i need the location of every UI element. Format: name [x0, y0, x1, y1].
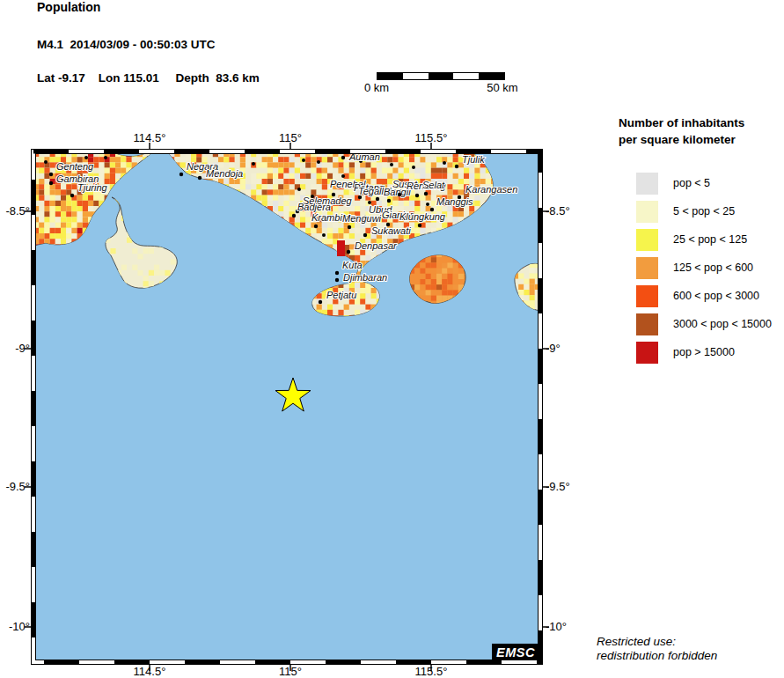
scalebar-end-label: 50 km: [481, 81, 524, 94]
map-scalebar: [377, 72, 505, 80]
population-map-page: { "header": { "title": "Population", "ev…: [0, 0, 784, 678]
scalebar-segment: [403, 73, 429, 79]
place-dot: [49, 173, 53, 176]
legend-item: pop > 15000: [619, 342, 784, 364]
lat-label-left: -8.5°: [2, 204, 30, 217]
lon-label-top: 115.5°: [405, 131, 458, 144]
place-label: Petjatu: [326, 290, 356, 300]
place-dot: [415, 194, 419, 197]
legend-title-line1: Number of inhabitants: [619, 114, 784, 131]
lon-label-bottom: 114.5°: [123, 665, 176, 678]
legend-swatch: [636, 342, 658, 364]
legend-item-label: 600 < pop < 3000: [673, 285, 759, 307]
legend-item: pop < 5: [619, 173, 784, 195]
legend-item-label: pop < 5: [673, 173, 710, 195]
place-label: Badjera: [297, 202, 331, 212]
page-title: Population: [37, 0, 100, 14]
lat-label-right: -10°: [546, 620, 584, 633]
legend-item-label: 3000 < pop < 15000: [673, 313, 772, 335]
lat-label-left: -10°: [2, 620, 30, 633]
place-label: Denpasar: [355, 240, 398, 251]
place-dot: [341, 156, 345, 159]
legend-swatch: [636, 285, 658, 307]
lat-label-left: -9°: [2, 342, 30, 355]
place-label: Tjuring: [77, 182, 108, 193]
lon-label-top: 115°: [264, 131, 317, 144]
legend-swatch: [636, 173, 658, 195]
place-dot: [387, 199, 391, 203]
restricted-use-line2: redistribution forbidden: [597, 649, 717, 662]
place-label: Djimbaran: [343, 272, 387, 283]
legend-item-label: 25 < pop < 125: [673, 229, 747, 251]
place-label: Karangasen: [465, 184, 517, 195]
place-label: Mendoja: [206, 168, 243, 179]
town-dot: [443, 161, 446, 165]
legend-swatch: [636, 313, 658, 335]
restricted-use-line1: Restricted use:: [597, 635, 676, 648]
place-label: Manggis: [436, 196, 473, 207]
place-label: Sukawati: [371, 225, 411, 236]
town-dot: [341, 174, 345, 178]
place-label: Kuta: [342, 260, 363, 270]
lat-label-right: -8.5°: [546, 204, 584, 217]
town-dot: [412, 166, 415, 169]
legend-item: 125 < pop < 600: [619, 257, 784, 279]
legend-item: 600 < pop < 3000: [619, 285, 784, 307]
scalebar-segment: [429, 73, 454, 79]
place-dot: [70, 194, 74, 197]
scalebar-segment: [377, 73, 403, 79]
place-dot: [198, 176, 201, 180]
town-dot: [104, 156, 107, 159]
legend-swatch: [636, 201, 658, 223]
place-dot: [314, 225, 318, 228]
legend-swatch: [636, 229, 658, 251]
town-dot: [317, 160, 320, 164]
place-label: Genteng: [56, 161, 94, 172]
place-label: Selat: [422, 180, 445, 190]
legend-item: 5 < pop < 25: [619, 201, 784, 223]
place-dot: [376, 197, 379, 201]
lat-label-right: -9.5°: [546, 480, 584, 493]
town-dot: [252, 162, 255, 166]
town-dot: [297, 188, 301, 191]
lat-label-right: -9°: [546, 342, 584, 355]
legend-item: 3000 < pop < 15000: [619, 313, 784, 335]
place-dot: [398, 193, 401, 196]
place-dot: [335, 271, 339, 275]
population-legend: Number of inhabitants per square kilomet…: [619, 114, 784, 379]
place-dot: [455, 165, 458, 168]
legend-item-label: pop > 15000: [673, 342, 735, 364]
map-canvas: GentengGambiranTjuringNegaraMendojaAuman…: [23, 141, 551, 673]
legend-item-label: 125 < pop < 600: [673, 257, 753, 279]
lon-label-top: 114.5°: [123, 131, 176, 144]
scalebar-segment: [479, 73, 504, 79]
town-dot: [322, 233, 326, 237]
place-dot: [347, 250, 350, 254]
town-dot: [44, 160, 48, 164]
lat-label-left: -9.5°: [2, 480, 30, 493]
place-label: Menguwi: [342, 213, 382, 224]
map-svg: GentengGambiranTjuringNegaraMendojaAuman…: [23, 141, 551, 673]
scalebar-start-label: 0 km: [355, 81, 398, 94]
place-dot: [424, 192, 428, 195]
place-dot: [49, 181, 53, 185]
lon-label-bottom: 115.5°: [405, 665, 458, 678]
place-dot: [180, 173, 183, 176]
legend-item: 25 < pop < 125: [619, 229, 784, 251]
place-label: Klungkung: [399, 211, 446, 222]
place-label: Tjulik: [462, 154, 485, 165]
town-dot: [426, 203, 429, 206]
event-magnitude-datetime: M4.1 2014/03/09 - 00:50:03 UTC: [37, 38, 216, 51]
lon-label-bottom: 115°: [264, 665, 317, 678]
town-dot: [390, 163, 393, 166]
event-lat-lon-depth: Lat -9.17 Lon 115.01 Depth 83.6 km: [37, 71, 260, 85]
place-dot: [363, 233, 367, 237]
legend-swatch: [636, 257, 658, 279]
scalebar-segment: [453, 73, 479, 79]
denpasar-density-block: [337, 240, 345, 256]
legend-item-label: 5 < pop < 25: [673, 201, 735, 223]
place-dot: [418, 224, 421, 227]
restricted-use-notice: Restricted use: redistribution forbidden: [597, 635, 717, 663]
emsc-label: EMSC: [496, 645, 535, 660]
legend-title-line2: per square kilometer: [619, 131, 784, 148]
